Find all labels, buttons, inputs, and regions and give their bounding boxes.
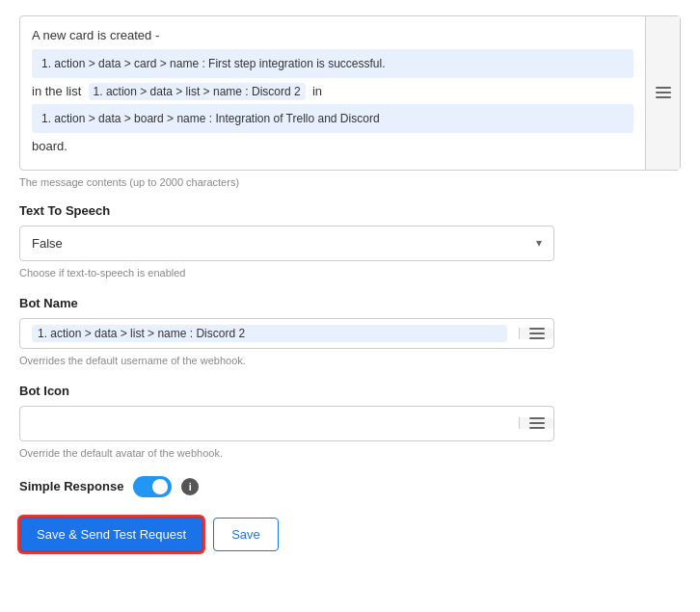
info-icon[interactable]: i xyxy=(181,478,199,495)
message-intro: A new card is created - xyxy=(32,26,633,45)
message-menu-button[interactable] xyxy=(645,16,680,170)
board-name-chip: 1. action > data > board > name : Integr… xyxy=(32,104,633,133)
save-button[interactable]: Save xyxy=(213,518,279,551)
bot-icon-menu-button[interactable] xyxy=(519,417,553,429)
tts-label: Text To Speech xyxy=(19,203,681,218)
tts-section: Text To Speech False True ▾ Choose if te… xyxy=(19,203,681,279)
hamburger-icon xyxy=(656,87,671,98)
bot-name-label: Bot Name xyxy=(19,296,681,310)
bot-icon-input[interactable] xyxy=(20,407,519,440)
card-name-chip: 1. action > data > card > name : First s… xyxy=(32,49,633,78)
tts-select[interactable]: False True xyxy=(20,226,553,260)
bot-icon-section: Bot Icon Override the default avatar of … xyxy=(19,384,681,459)
message-helper-text: The message contents (up to 2000 charact… xyxy=(19,176,681,188)
tts-select-wrapper[interactable]: False True ▾ xyxy=(19,226,554,261)
bot-name-helper: Overrides the default username of the we… xyxy=(19,355,681,366)
toggle-slider xyxy=(133,476,172,497)
bot-name-section: Bot Name 1. action > data > list > name … xyxy=(19,296,681,366)
list-name-chip: 1. action > data > list > name : Discord… xyxy=(89,83,306,100)
bot-icon-input-row[interactable] xyxy=(19,406,554,441)
bot-name-menu-button[interactable] xyxy=(519,328,553,339)
message-content-section: A new card is created - 1. action > data… xyxy=(19,15,681,188)
list-line: in the list 1. action > data > list > na… xyxy=(32,82,633,101)
save-send-button[interactable]: Save & Send Test Request xyxy=(19,517,203,552)
simple-response-label: Simple Response xyxy=(19,479,123,493)
tts-helper: Choose if text-to-speech is enabled xyxy=(19,267,681,279)
button-row: Save & Send Test Request Save xyxy=(19,517,681,552)
board-suffix: board. xyxy=(32,137,633,156)
bot-icon-label: Bot Icon xyxy=(19,384,681,398)
simple-response-toggle[interactable] xyxy=(133,476,172,497)
message-text-area: A new card is created - 1. action > data… xyxy=(20,16,645,170)
hamburger-icon xyxy=(529,417,545,429)
hamburger-icon xyxy=(529,328,545,339)
simple-response-row: Simple Response i xyxy=(19,476,681,497)
bot-name-chip: 1. action > data > list > name : Discord… xyxy=(32,325,507,342)
message-box[interactable]: A new card is created - 1. action > data… xyxy=(19,15,681,171)
bot-name-input-row[interactable]: 1. action > data > list > name : Discord… xyxy=(19,318,554,349)
bot-icon-helper: Override the default avatar of the webho… xyxy=(19,447,681,459)
